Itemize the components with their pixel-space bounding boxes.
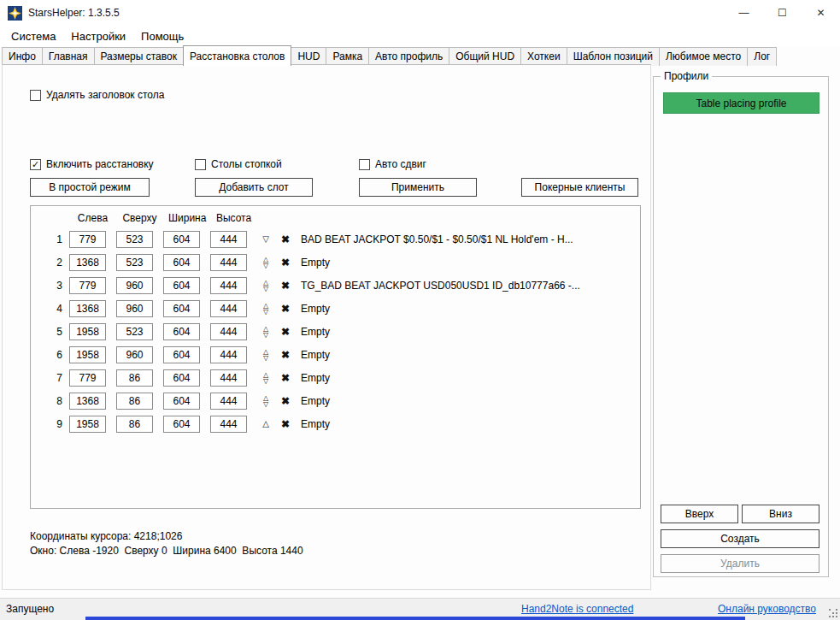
tab-общий-hud[interactable]: Общий HUD: [449, 47, 521, 66]
menu-item[interactable]: Система: [3, 27, 63, 45]
delete-slot-icon[interactable]: ✖: [279, 303, 291, 315]
delete-slot-icon[interactable]: ✖: [279, 280, 291, 292]
hand2note-link[interactable]: Hand2Note is connected: [521, 603, 633, 615]
width-input[interactable]: [163, 300, 200, 317]
column-header-top: Сверху: [121, 212, 158, 224]
create-button[interactable]: Создать: [661, 529, 819, 548]
reorder-arrows-icon[interactable]: △▽: [259, 349, 273, 361]
add-slot-button[interactable]: Добавить слот: [195, 178, 313, 197]
height-input[interactable]: [210, 393, 247, 410]
menu-item[interactable]: Настройки: [63, 27, 133, 45]
width-input[interactable]: [163, 231, 200, 248]
top-input[interactable]: [116, 369, 153, 387]
column-header-width: Ширина: [168, 212, 205, 224]
table-row: 7 △▽ ✖ Empty: [31, 366, 640, 389]
top-input[interactable]: [116, 393, 153, 410]
move-up-button[interactable]: Вверх: [661, 505, 738, 523]
left-input[interactable]: [69, 300, 106, 317]
top-input[interactable]: [116, 346, 153, 363]
reorder-arrows-icon[interactable]: △▽: [259, 257, 273, 269]
tab-инфо[interactable]: Инфо: [2, 47, 43, 66]
height-input[interactable]: [210, 323, 247, 340]
tab-шаблон-позиций[interactable]: Шаблон позиций: [567, 47, 660, 66]
height-input[interactable]: [210, 416, 247, 433]
delete-slot-icon[interactable]: ✖: [279, 326, 291, 338]
reorder-arrows-icon[interactable]: △▽: [259, 280, 273, 292]
top-input[interactable]: [116, 323, 153, 340]
left-input[interactable]: [69, 416, 106, 433]
online-guide-link[interactable]: Онлайн руководство: [718, 603, 816, 615]
simple-mode-button[interactable]: В простой режим: [30, 178, 150, 197]
slot-label: Empty: [301, 326, 330, 338]
width-input[interactable]: [163, 277, 200, 294]
profile-button[interactable]: Table placing profile: [663, 92, 819, 114]
left-input[interactable]: [69, 254, 106, 271]
width-input[interactable]: [163, 346, 200, 363]
move-down-button[interactable]: Вниз: [742, 505, 819, 523]
tab-hud[interactable]: HUD: [291, 47, 326, 66]
slot-label: Empty: [301, 418, 330, 430]
top-input[interactable]: [116, 254, 153, 271]
delete-slot-icon[interactable]: ✖: [279, 233, 291, 245]
reorder-arrows-icon[interactable]: △▽: [259, 395, 273, 407]
apply-button[interactable]: Применить: [359, 178, 477, 197]
reorder-arrows-icon[interactable]: △▽: [259, 303, 273, 315]
delete-slot-icon[interactable]: ✖: [279, 395, 291, 407]
width-input[interactable]: [163, 323, 200, 340]
top-input[interactable]: [116, 300, 153, 317]
row-index: 7: [31, 372, 69, 384]
delete-slot-icon[interactable]: ✖: [279, 349, 291, 361]
row-index: 8: [31, 395, 69, 407]
resize-grip[interactable]: [829, 609, 831, 611]
checkbox-remove-table-title[interactable]: Удалять заголовок стола: [30, 89, 164, 101]
tab-расстановка-столов[interactable]: Расстановка столов: [183, 45, 291, 66]
tab-размеры-ставок[interactable]: Размеры ставок: [94, 47, 184, 66]
tab-любимое-место[interactable]: Любимое место: [659, 47, 748, 66]
checkbox-label: Столы стопкой: [211, 158, 282, 170]
height-input[interactable]: [210, 300, 247, 317]
tab-рамка[interactable]: Рамка: [326, 47, 369, 66]
checkbox-auto-shift[interactable]: Авто сдвиг: [359, 158, 426, 170]
left-input[interactable]: [69, 277, 106, 294]
left-input[interactable]: [69, 231, 106, 248]
reorder-arrows-icon[interactable]: △▽: [259, 372, 273, 384]
close-icon[interactable]: ✕: [802, 0, 840, 26]
width-input[interactable]: [163, 393, 200, 410]
top-input[interactable]: [116, 231, 153, 248]
delete-slot-icon[interactable]: ✖: [279, 372, 291, 384]
height-input[interactable]: [210, 369, 247, 387]
top-input[interactable]: [116, 416, 153, 433]
width-input[interactable]: [163, 254, 200, 271]
checkbox-box: [195, 159, 206, 170]
maximize-icon[interactable]: ☐: [763, 0, 802, 26]
checkbox-label: Авто сдвиг: [375, 158, 426, 170]
tab-хоткеи[interactable]: Хоткеи: [520, 47, 567, 66]
top-input[interactable]: [116, 277, 153, 294]
delete-slot-icon[interactable]: ✖: [279, 257, 291, 269]
checkbox-enable-placing[interactable]: ✓ Включить расстановку: [30, 158, 154, 170]
height-input[interactable]: [210, 231, 247, 248]
tab-главная[interactable]: Главная: [42, 47, 95, 66]
tab-лог[interactable]: Лог: [747, 47, 777, 66]
minimize-icon[interactable]: —: [725, 0, 763, 26]
tab-авто-профиль[interactable]: Авто профиль: [368, 47, 449, 66]
delete-slot-icon[interactable]: ✖: [279, 418, 291, 430]
height-input[interactable]: [210, 346, 247, 363]
width-input[interactable]: [163, 369, 200, 387]
profiles-title: Профили: [661, 70, 712, 82]
menu-item[interactable]: Помощь: [133, 27, 191, 45]
reorder-arrows-icon[interactable]: ▽: [259, 235, 273, 244]
height-input[interactable]: [210, 277, 247, 294]
reorder-arrows-icon[interactable]: △: [259, 420, 273, 428]
left-input[interactable]: [69, 346, 106, 363]
left-input[interactable]: [69, 323, 106, 340]
left-input[interactable]: [69, 393, 106, 410]
delete-button[interactable]: Удалить: [661, 554, 819, 573]
poker-clients-button[interactable]: Покерные клиенты: [521, 178, 638, 197]
height-input[interactable]: [210, 254, 247, 271]
width-input[interactable]: [163, 416, 200, 433]
left-input[interactable]: [69, 369, 106, 387]
cursor-coordinates-text: Координаты курсора: 4218;1026: [30, 530, 182, 542]
reorder-arrows-icon[interactable]: △▽: [259, 326, 273, 338]
checkbox-stack-tables[interactable]: Столы стопкой: [195, 158, 282, 170]
